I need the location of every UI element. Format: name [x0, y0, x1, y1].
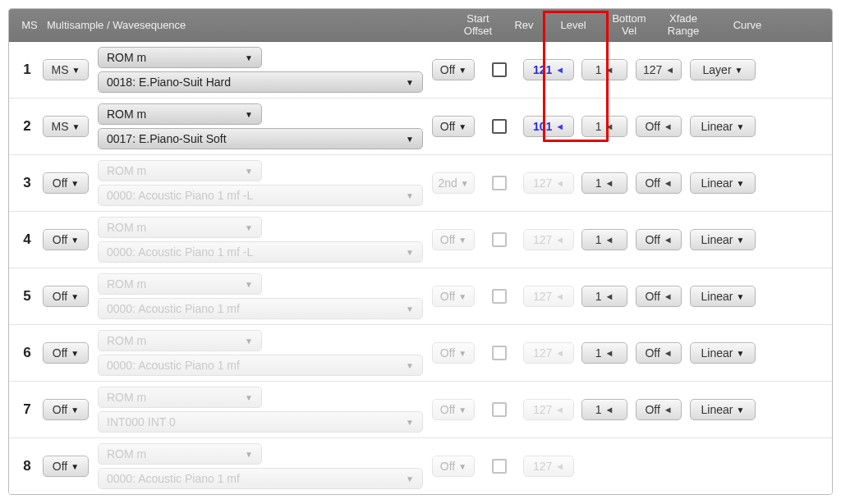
speaker-icon: ◄: [604, 291, 614, 301]
ms-type-select[interactable]: Off▼: [43, 172, 89, 194]
level-control[interactable]: 127◄: [523, 229, 574, 250]
row-index: 1: [16, 62, 39, 78]
caret-down-icon: ▼: [406, 191, 414, 200]
curve-select[interactable]: Linear▼: [690, 229, 756, 250]
curve-select[interactable]: Linear▼: [690, 172, 756, 194]
bank-select[interactable]: ROM m▼: [98, 387, 262, 408]
xfade-range-control[interactable]: Off ◄: [636, 229, 682, 250]
caret-down-icon: ▼: [245, 110, 253, 119]
row-index: 7: [16, 401, 39, 418]
speaker-icon: ◄: [664, 405, 673, 415]
caret-down-icon: ▼: [245, 53, 253, 62]
wave-select[interactable]: INT000 INT 0▼: [98, 411, 423, 433]
caret-down-icon: ▼: [245, 337, 253, 346]
bank-select[interactable]: ROM m▼: [98, 47, 262, 68]
level-control[interactable]: 127◄: [523, 172, 574, 194]
xfade-range-control[interactable]: 127 ◄: [636, 59, 682, 80]
level-control[interactable]: 127◄: [523, 456, 574, 477]
caret-down-icon: ▼: [406, 305, 414, 314]
reverse-checkbox[interactable]: [492, 402, 507, 417]
curve-select[interactable]: Linear▼: [690, 342, 756, 364]
header-offset: Start Offset: [453, 13, 503, 37]
header-ms: MS: [9, 19, 42, 31]
bank-select[interactable]: ROM m▼: [98, 443, 262, 465]
wave-select[interactable]: 0000: Acoustic Piano 1 mf▼: [98, 355, 423, 376]
caret-down-icon: ▼: [406, 474, 414, 483]
reverse-checkbox[interactable]: [492, 346, 507, 360]
xfade-range-control[interactable]: Off ◄: [636, 399, 682, 420]
reverse-checkbox[interactable]: [492, 62, 507, 77]
reverse-checkbox[interactable]: [492, 459, 507, 474]
caret-down-icon: ▼: [737, 122, 745, 131]
start-offset-select[interactable]: Off▼: [432, 229, 475, 250]
ms-type-select[interactable]: Off▼: [43, 286, 89, 307]
speaker-icon: ◄: [555, 348, 564, 358]
caret-down-icon: ▼: [245, 280, 253, 289]
bottom-vel-control[interactable]: 1 ◄: [581, 172, 627, 194]
bank-select[interactable]: ROM m▼: [98, 160, 262, 181]
caret-down-icon: ▼: [71, 179, 79, 188]
curve-select[interactable]: Linear▼: [690, 286, 756, 307]
start-offset-select[interactable]: Off▼: [432, 59, 475, 80]
reverse-checkbox[interactable]: [492, 176, 507, 190]
bank-select[interactable]: ROM m▼: [98, 273, 262, 295]
start-offset-select[interactable]: Off▼: [432, 116, 475, 137]
bottom-vel-control[interactable]: 1 ◄: [581, 342, 627, 364]
caret-down-icon: ▼: [461, 179, 469, 188]
wave-select[interactable]: 0000: Acoustic Piano 1 mf▼: [98, 298, 423, 319]
level-control[interactable]: 121◄: [523, 59, 574, 80]
table-row: 2MS▼ROM m▼0017: E.Piano-Suit Soft▼Off▼10…: [9, 98, 832, 154]
caret-down-icon: ▼: [737, 292, 745, 301]
level-control[interactable]: 101◄: [523, 116, 574, 137]
caret-down-icon: ▼: [71, 349, 79, 358]
table-row: 5Off▼ROM m▼0000: Acoustic Piano 1 mf▼Off…: [9, 268, 832, 324]
curve-select[interactable]: Linear▼: [690, 399, 756, 420]
table-row: 6Off▼ROM m▼0000: Acoustic Piano 1 mf▼Off…: [9, 324, 832, 381]
xfade-range-control[interactable]: Off ◄: [636, 172, 682, 194]
level-control[interactable]: 127◄: [523, 399, 574, 420]
bottom-vel-control[interactable]: 1 ◄: [581, 286, 627, 307]
caret-down-icon: ▼: [245, 450, 253, 459]
table-row: 1MS▼ROM m▼0018: E.Piano-Suit Hard▼Off▼12…: [9, 42, 832, 98]
curve-select[interactable]: Layer▼: [690, 59, 756, 80]
curve-select[interactable]: Linear▼: [690, 116, 756, 137]
level-control[interactable]: 127◄: [523, 286, 574, 307]
bottom-vel-control[interactable]: 1 ◄: [581, 229, 627, 250]
reverse-checkbox[interactable]: [492, 119, 507, 134]
speaker-icon: ◄: [555, 291, 564, 301]
header-curve: Curve: [710, 19, 784, 31]
bottom-vel-control[interactable]: 1 ◄: [581, 399, 627, 420]
xfade-range-control[interactable]: Off ◄: [636, 342, 682, 364]
ms-type-select[interactable]: Off▼: [43, 456, 89, 477]
start-offset-select[interactable]: Off▼: [432, 342, 475, 364]
wave-select[interactable]: 0000: Acoustic Piano 1 mf▼: [98, 468, 423, 489]
start-offset-select[interactable]: Off▼: [432, 286, 475, 307]
start-offset-select[interactable]: Off▼: [432, 399, 475, 420]
ms-type-select[interactable]: MS▼: [43, 116, 89, 137]
caret-down-icon: ▼: [458, 405, 466, 415]
ms-type-select[interactable]: Off▼: [43, 229, 89, 250]
wave-select[interactable]: 0017: E.Piano-Suit Soft▼: [98, 128, 423, 149]
ms-type-select[interactable]: Off▼: [43, 399, 89, 420]
reverse-checkbox[interactable]: [492, 232, 507, 247]
level-control[interactable]: 127◄: [523, 342, 574, 364]
wave-select[interactable]: 0000: Acoustic Piano 1 mf -L▼: [98, 185, 423, 206]
caret-down-icon: ▼: [737, 236, 745, 245]
bank-select[interactable]: ROM m▼: [98, 330, 262, 351]
speaker-icon: ◄: [604, 178, 614, 188]
ms-type-select[interactable]: Off▼: [43, 342, 89, 364]
wave-select[interactable]: 0018: E.Piano-Suit Hard▼: [98, 71, 423, 93]
xfade-range-control[interactable]: Off ◄: [636, 116, 682, 137]
speaker-icon: ◄: [555, 461, 564, 471]
start-offset-select[interactable]: 2nd▼: [432, 172, 475, 194]
reverse-checkbox[interactable]: [492, 289, 507, 304]
bank-select[interactable]: ROM m▼: [98, 217, 262, 238]
ms-type-select[interactable]: MS▼: [43, 59, 89, 80]
bottom-vel-control[interactable]: 1 ◄: [581, 59, 627, 80]
xfade-range-control[interactable]: Off ◄: [636, 286, 682, 307]
bottom-vel-control[interactable]: 1 ◄: [581, 116, 627, 137]
start-offset-select[interactable]: Off▼: [432, 456, 475, 477]
wave-select[interactable]: 0000: Acoustic Piano 1 mf -L▼: [98, 241, 423, 263]
caret-down-icon: ▼: [458, 122, 466, 131]
bank-select[interactable]: ROM m▼: [98, 103, 262, 125]
